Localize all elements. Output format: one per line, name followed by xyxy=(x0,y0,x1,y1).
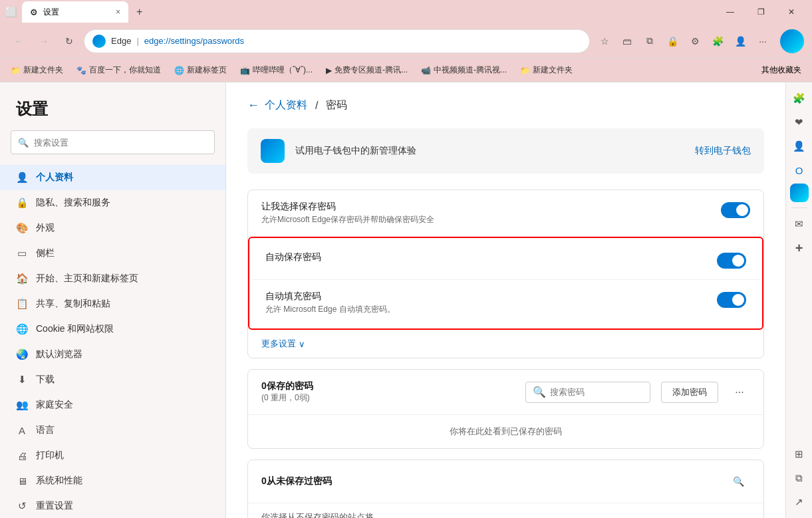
never-saved-header: 0从未保存过密码 🔍 xyxy=(248,460,763,503)
passwords-more-button[interactable]: ··· xyxy=(729,382,750,403)
new-tab-button[interactable]: + xyxy=(128,2,150,22)
passwords-info: 0保存的密码 (0 重用，0弱) xyxy=(261,380,515,404)
address-bar[interactable]: Edge | edge://settings/passwords xyxy=(84,29,590,53)
never-saved-section: 0从未保存过密码 🔍 你选择从不保存密码的站点将... xyxy=(247,459,764,518)
more-settings-button[interactable]: 更多设置 ∨ xyxy=(248,330,763,358)
auto-fill-info: 自动填充密码 允许 Microsoft Edge 自动填充密码。 xyxy=(265,291,706,315)
extensions-button[interactable]: 🧩 xyxy=(707,31,728,52)
sidebar-item-family[interactable]: 👥 家庭安全 xyxy=(0,392,225,418)
default-nav-icon: 🌏 xyxy=(16,348,28,360)
profile-nav-icon: 👤 xyxy=(16,172,28,184)
never-saved-search-icon[interactable]: 🔍 xyxy=(726,471,750,492)
sidebar-item-profile[interactable]: 👤 个人资料 xyxy=(0,165,225,190)
more-options-button[interactable]: ··· xyxy=(752,31,773,52)
search-icon: 🔍 xyxy=(18,138,29,148)
sidebar-item-label: 家庭安全 xyxy=(36,399,73,411)
family-nav-icon: 👥 xyxy=(16,399,28,411)
active-tab[interactable]: ⚙ 设置 × xyxy=(22,1,128,23)
breadcrumb-parent[interactable]: 个人资料 xyxy=(265,98,307,112)
toolbar-edge[interactable] xyxy=(790,184,809,202)
breadcrumb-separator: / xyxy=(315,100,318,112)
sidebar-title: 设置 xyxy=(0,98,225,130)
sidebar-item-newtab[interactable]: 🏠 开始、主页和新建标签页 xyxy=(0,266,225,291)
bookmark-tencent2[interactable]: 📹 中视频频道-腾讯视... xyxy=(416,62,512,78)
favorites-button[interactable]: ☆ xyxy=(594,31,615,52)
search-input[interactable] xyxy=(34,138,207,148)
toolbar-outlook[interactable]: O xyxy=(789,160,810,181)
tab-close-button[interactable]: × xyxy=(116,7,120,17)
sidebar: 设置 🔍 👤 个人资料 🔒 隐私、搜索和服务 🎨 外观 ▭ 侧栏 🏠 开始、主页… xyxy=(0,82,226,518)
folder-icon: 📁 xyxy=(11,66,21,75)
auto-fill-label: 自动填充密码 xyxy=(265,291,706,303)
refresh-button[interactable]: ↻ xyxy=(59,31,80,52)
save-password-toggle[interactable] xyxy=(721,202,750,218)
add-password-button[interactable]: 添加密码 xyxy=(661,382,718,403)
auto-fill-toggle[interactable] xyxy=(717,292,746,308)
profile-button[interactable]: 👤 xyxy=(730,31,751,52)
auto-save-row: 自动保存密码 xyxy=(252,241,759,280)
toolbar-grid[interactable]: ⊞ xyxy=(789,444,810,465)
sidebar-item-label: 共享、复制和粘贴 xyxy=(36,298,110,310)
auto-fill-desc: 允许 Microsoft Edge 自动填充密码。 xyxy=(265,304,706,315)
sidebar-item-label: 隐私、搜索和服务 xyxy=(36,197,110,209)
window-controls: — ❐ ✕ xyxy=(715,0,807,24)
back-button[interactable]: ← xyxy=(8,31,29,52)
collections-button[interactable]: 🗃 xyxy=(616,31,638,52)
content-wrapper: ← 个人资料 / 密码 试用电子钱包中的新管理体验 转到电子钱包 让我选择保存密… xyxy=(226,82,812,518)
sidebar-item-download[interactable]: ⬇ 下载 xyxy=(0,367,225,392)
sidebar-item-label: 侧栏 xyxy=(36,247,55,259)
auto-save-toggle[interactable] xyxy=(717,253,746,269)
sidebar-item-label: 个人资料 xyxy=(36,172,73,184)
highlight-box: 自动保存密码 自动填充密码 允许 Microsoft Edge 自动填充密码。 xyxy=(248,237,763,330)
close-button[interactable]: ✕ xyxy=(776,0,807,24)
bookmark-baidu[interactable]: 🐾 百度一下，你就知道 xyxy=(71,62,166,78)
save-password-info: 让我选择保存密码 允许Microsoft Edge保存密码并帮助确保密码安全 xyxy=(261,201,710,225)
bookmark-bilibili[interactable]: 📺 哔哩哔哩（ˇ∀ˇ)... xyxy=(235,62,318,78)
sidebar-item-sidebar[interactable]: ▭ 侧栏 xyxy=(0,241,225,266)
back-arrow[interactable]: ← xyxy=(247,98,259,112)
bookmark-newfolder[interactable]: 📁 新建文件夹 xyxy=(5,62,68,78)
sidebar-item-cookies[interactable]: 🌐 Cookie 和网站权限 xyxy=(0,317,225,342)
split-view-button[interactable]: ⧉ xyxy=(639,31,660,52)
bookmark-label: 免费专区频道-腾讯... xyxy=(335,65,408,76)
toolbar-external[interactable]: ↗ xyxy=(789,491,810,513)
bookmark-newfolder2[interactable]: 📁 新建文件夹 xyxy=(515,62,578,78)
settings-more-button[interactable]: ⚙ xyxy=(684,31,706,52)
sidebar-item-system[interactable]: 🖥 系统和性能 xyxy=(0,468,225,493)
sidebar-item-share[interactable]: 📋 共享、复制和粘贴 xyxy=(0,291,225,317)
bookmark-label: 新建文件夹 xyxy=(533,65,573,76)
sidebar-item-printer[interactable]: 🖨 打印机 xyxy=(0,443,225,468)
toolbar-favorites[interactable]: ❤ xyxy=(789,112,810,133)
bookmark-tencent1[interactable]: ▶ 免费专区频道-腾讯... xyxy=(321,62,413,78)
more-bookmarks-label: 其他收藏夹 xyxy=(761,65,801,74)
bookmark-label: 新建文件夹 xyxy=(23,65,63,76)
toolbar-collections[interactable]: 🧩 xyxy=(789,88,810,109)
password-search-input[interactable] xyxy=(550,387,643,397)
restore-button[interactable]: ❐ xyxy=(745,0,776,24)
passwords-count-title: 0保存的密码 xyxy=(261,380,515,392)
minimize-button[interactable]: — xyxy=(715,0,745,24)
breadcrumb-current: 密码 xyxy=(326,98,347,112)
folder2-icon: 📁 xyxy=(520,66,530,75)
toolbar-copy[interactable]: ⧉ xyxy=(789,467,810,489)
sidebar-item-label: 默认浏览器 xyxy=(36,348,82,360)
toolbar-add[interactable]: + xyxy=(789,237,810,259)
passwords-header: 0保存的密码 (0 重用，0弱) 🔍 添加密码 ··· xyxy=(248,370,763,414)
sidebar-item-reset[interactable]: ↺ 重置设置 xyxy=(0,493,225,518)
browser-essentials-button[interactable]: 🔒 xyxy=(662,31,683,52)
password-search-box[interactable]: 🔍 xyxy=(525,382,650,403)
toolbar-send[interactable]: ✉ xyxy=(789,213,810,235)
bookmark-label: 哔哩哔哩（ˇ∀ˇ)... xyxy=(253,65,313,76)
sidebar-item-default[interactable]: 🌏 默认浏览器 xyxy=(0,342,225,367)
forward-button[interactable]: → xyxy=(33,31,55,52)
search-box[interactable]: 🔍 xyxy=(11,130,215,154)
bookmark-newtab[interactable]: 🌐 新建标签页 xyxy=(169,62,232,78)
sidebar-item-language[interactable]: A 语言 xyxy=(0,418,225,443)
sidebar-item-appearance[interactable]: 🎨 外观 xyxy=(0,215,225,241)
toolbar-profile[interactable]: 👤 xyxy=(789,136,810,157)
wallet-link[interactable]: 转到电子钱包 xyxy=(695,145,751,157)
save-password-desc: 允许Microsoft Edge保存密码并帮助确保密码安全 xyxy=(261,214,710,225)
bookmarks-more-button[interactable]: 其他收藏夹 xyxy=(756,62,807,78)
main-layout: 设置 🔍 👤 个人资料 🔒 隐私、搜索和服务 🎨 外观 ▭ 侧栏 🏠 开始、主页… xyxy=(0,82,812,518)
sidebar-item-privacy[interactable]: 🔒 隐私、搜索和服务 xyxy=(0,190,225,215)
